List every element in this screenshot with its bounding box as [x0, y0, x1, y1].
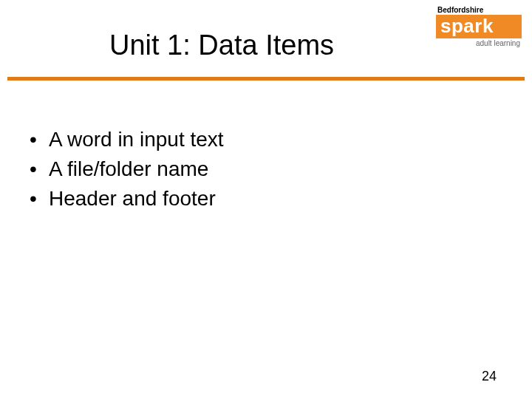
- logo-top-text: Bedfordshire: [436, 6, 522, 14]
- list-item: A word in input text: [30, 126, 224, 154]
- title-underline: [7, 77, 525, 81]
- slide-title: Unit 1: Data Items: [0, 30, 532, 61]
- slide: Bedfordshire spark adult learning Unit 1…: [0, 0, 532, 399]
- bullet-list: A word in input text A file/folder name …: [30, 126, 224, 214]
- list-item: Header and footer: [30, 185, 224, 213]
- list-item: A file/folder name: [30, 155, 224, 183]
- page-number: 24: [482, 369, 497, 384]
